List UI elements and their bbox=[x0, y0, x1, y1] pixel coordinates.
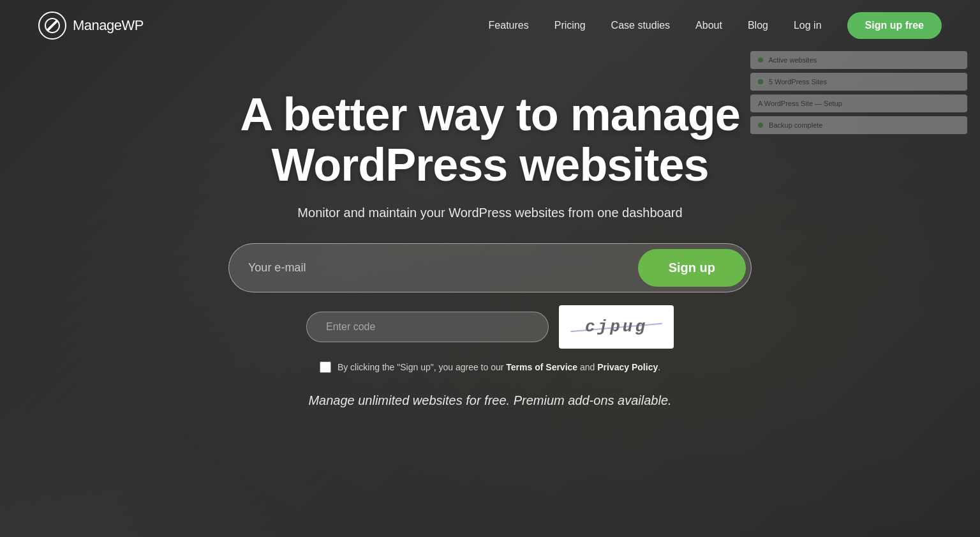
hero-title: A better way to manage WordPress website… bbox=[203, 89, 777, 190]
terms-text: By clicking the "Sign up", you agree to … bbox=[338, 362, 660, 372]
logo-svg bbox=[43, 17, 61, 34]
privacy-policy-link[interactable]: Privacy Policy bbox=[597, 362, 658, 372]
nav-link-login[interactable]: Log in bbox=[794, 20, 822, 31]
nav-link-about[interactable]: About bbox=[695, 20, 722, 31]
navbar: ManageWP Features Pricing Case studies A… bbox=[0, 0, 980, 51]
nav-signup-button[interactable]: Sign up free bbox=[847, 12, 942, 39]
captcha-text: cjpug bbox=[585, 317, 648, 337]
nav-link-blog[interactable]: Blog bbox=[748, 20, 768, 31]
email-input[interactable] bbox=[248, 261, 638, 275]
nav-link-case-studies[interactable]: Case studies bbox=[611, 20, 671, 31]
nav-link-pricing[interactable]: Pricing bbox=[554, 20, 586, 31]
hero-subtitle: Monitor and maintain your WordPress webs… bbox=[297, 206, 682, 220]
terms-checkbox[interactable] bbox=[320, 361, 331, 373]
captcha-row: cjpug bbox=[306, 305, 674, 349]
terms-row: By clicking the "Sign up", you agree to … bbox=[320, 361, 660, 373]
terms-of-service-link[interactable]: Terms of Service bbox=[506, 362, 577, 372]
tagline: Manage unlimited websites for free. Prem… bbox=[308, 393, 671, 408]
logo-icon bbox=[38, 11, 66, 40]
captcha-input[interactable] bbox=[306, 312, 549, 342]
nav-link-features[interactable]: Features bbox=[489, 20, 529, 31]
signup-button[interactable]: Sign up bbox=[638, 249, 746, 287]
logo-text: ManageWP bbox=[73, 17, 144, 34]
nav-links: Features Pricing Case studies About Blog… bbox=[489, 12, 942, 39]
email-form: Sign up bbox=[228, 243, 752, 292]
logo-link[interactable]: ManageWP bbox=[38, 11, 144, 40]
captcha-image: cjpug bbox=[559, 305, 674, 349]
hero-section: A better way to manage WordPress website… bbox=[0, 51, 980, 408]
